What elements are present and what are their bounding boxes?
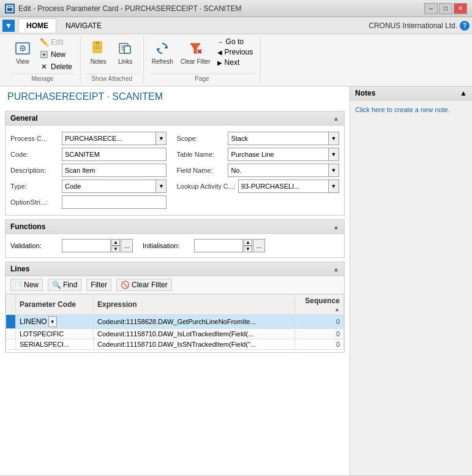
ribbon-dropdown[interactable]: ▼ <box>2 20 15 32</box>
validation-input[interactable] <box>62 239 111 252</box>
expression-cell: Codeunit:11158710.DAW_IsSNTrackedItem(Fi… <box>93 339 294 350</box>
validation-spin-down[interactable]: ▼ <box>111 246 120 252</box>
sequence-cell: 0 <box>295 315 344 329</box>
help-button[interactable]: ? <box>460 21 470 31</box>
next-button[interactable]: ▶ Next <box>215 58 256 67</box>
option-string-label: OptionStri...: <box>10 198 59 206</box>
lines-section: Lines ▲ 📄 New 🔍 Find Filter 🚫 Clear Filt… <box>5 262 345 353</box>
sequence-cell: 0 <box>295 339 344 350</box>
lines-find-button[interactable]: 🔍 Find <box>48 279 81 291</box>
type-input[interactable] <box>62 179 155 193</box>
col-expression[interactable]: Expression <box>93 295 294 315</box>
refresh-button[interactable]: Refresh <box>149 37 176 72</box>
delete-button[interactable]: ✕ Delete <box>37 61 75 72</box>
notes-section-header[interactable]: Notes ▲ <box>350 86 472 100</box>
create-note-link[interactable]: Click here to create a new note. <box>355 106 450 113</box>
process-code-label: Process C... <box>10 135 59 142</box>
scope-dropdown[interactable]: ▼ <box>328 132 339 145</box>
initialisation-spin-down[interactable]: ▼ <box>244 246 252 252</box>
lookup-activity-row: Lookup Activity C...: ▼ <box>176 178 339 194</box>
page-group-label: Page <box>149 74 256 83</box>
initialisation-label: Initialisation: <box>143 242 192 249</box>
validation-ellipsis[interactable]: ... <box>121 239 133 252</box>
new-button[interactable]: New <box>37 49 75 60</box>
goto-button[interactable]: → Go to <box>215 37 256 47</box>
previous-button[interactable]: ◀ Previous <box>215 47 256 57</box>
manage-group-label: Manage <box>10 74 75 83</box>
col-param-code[interactable]: Parameter Code <box>16 295 94 315</box>
table-name-dropdown[interactable]: ▼ <box>328 148 339 161</box>
lookup-activity-input[interactable] <box>238 179 328 193</box>
lines-filter-button[interactable]: Filter <box>86 279 111 291</box>
table-row[interactable]: LINENO ▼ Codeunit:11158628.DAW_GetPurchL… <box>6 315 344 329</box>
field-name-row: Field Name: ▼ <box>176 162 339 178</box>
general-section-content: Process C... ▼ Code: Description: <box>6 126 344 215</box>
type-label: Type: <box>10 183 59 190</box>
view-icon <box>13 39 32 58</box>
tab-home[interactable]: HOME <box>18 18 56 32</box>
option-string-input[interactable] <box>62 195 167 209</box>
option-string-row: OptionStri...: <box>10 194 167 210</box>
initialisation-ellipsis[interactable]: ... <box>253 239 265 252</box>
lines-section-header[interactable]: Lines ▲ <box>6 262 344 276</box>
edit-button[interactable]: ✏️ Edit <box>37 37 75 48</box>
title-bar: Edit - Process Parameter Card - PURCHASE… <box>0 0 472 17</box>
lines-toolbar: 📄 New 🔍 Find Filter 🚫 Clear Filter <box>6 276 344 294</box>
process-code-dropdown[interactable]: ▼ <box>155 132 167 145</box>
view-button[interactable]: View <box>10 37 36 72</box>
close-button[interactable]: ✕ <box>454 3 467 14</box>
tab-navigate[interactable]: NAVIGATE <box>58 18 110 32</box>
field-name-input[interactable] <box>228 164 328 177</box>
window-controls: – □ ✕ <box>424 3 467 14</box>
lines-clear-filter-button[interactable]: 🚫 Clear Filter <box>116 279 172 291</box>
notes-panel: Notes ▲ Click here to create a new note. <box>350 86 472 475</box>
collapse-notes-icon: ▲ <box>460 89 467 97</box>
general-section-header[interactable]: General ▲ <box>6 111 344 126</box>
lines-new-button[interactable]: 📄 New <box>10 279 43 291</box>
table-name-input[interactable] <box>228 148 328 161</box>
table-name-row: Table Name: ▼ <box>176 146 339 162</box>
row-indicator <box>6 315 16 329</box>
code-input[interactable] <box>62 148 167 161</box>
process-code-input[interactable] <box>62 132 155 145</box>
lines-table: Parameter Code Expression Sequence ▲ <box>6 294 344 350</box>
col-sequence[interactable]: Sequence ▲ <box>295 295 344 315</box>
description-label: Description: <box>10 167 59 174</box>
code-row: Code: <box>10 146 167 162</box>
functions-section-header[interactable]: Functions ▲ <box>6 220 344 234</box>
scope-row: Scope: ▼ <box>176 130 339 146</box>
table-row[interactable]: LOTSPECIFIC Codeunit:11158710.DAW_IsLotT… <box>6 329 344 339</box>
clear-filter-icon <box>185 39 205 58</box>
collapse-lines-icon: ▲ <box>333 266 339 273</box>
links-button[interactable]: Links <box>113 37 138 72</box>
minimize-button[interactable]: – <box>424 3 438 14</box>
validation-label: Validation: <box>10 242 59 249</box>
param-code-dropdown[interactable]: ▼ <box>48 316 57 327</box>
field-name-label: Field Name: <box>176 167 225 174</box>
restore-button[interactable]: □ <box>439 3 452 14</box>
validation-spin-up[interactable]: ▲ <box>111 239 120 246</box>
initialisation-spin-up[interactable]: ▲ <box>244 239 252 246</box>
lookup-activity-dropdown[interactable]: ▼ <box>328 179 339 193</box>
param-code-cell: SERIALSPECI... <box>16 339 94 350</box>
field-name-dropdown[interactable]: ▼ <box>328 164 339 177</box>
edit-icon: ✏️ <box>40 38 48 47</box>
notes-button[interactable]: Notes <box>86 37 111 72</box>
notes-icon <box>89 39 108 58</box>
app-icon <box>5 4 15 13</box>
ribbon: ▼ HOME NAVIGATE CRONUS International Ltd… <box>0 17 472 86</box>
svg-rect-9 <box>96 42 99 44</box>
scope-input[interactable] <box>228 132 328 145</box>
param-code-cell: LOTSPECIFIC <box>16 329 94 339</box>
description-row: Description: <box>10 162 167 178</box>
notes-label: Notes <box>91 58 107 65</box>
sequence-cell: 0 <box>295 329 344 339</box>
initialisation-input[interactable] <box>194 239 243 252</box>
description-input[interactable] <box>62 164 167 177</box>
row-indicator <box>6 329 16 339</box>
table-row[interactable]: SERIALSPECI... Codeunit:11158710.DAW_IsS… <box>6 339 344 350</box>
type-dropdown[interactable]: ▼ <box>155 179 167 193</box>
clear-filter-button[interactable]: Clear Filter <box>178 37 214 72</box>
refresh-icon <box>152 39 172 58</box>
functions-section: Functions ▲ Validation: ▲ ▼ ... <box>5 219 345 258</box>
